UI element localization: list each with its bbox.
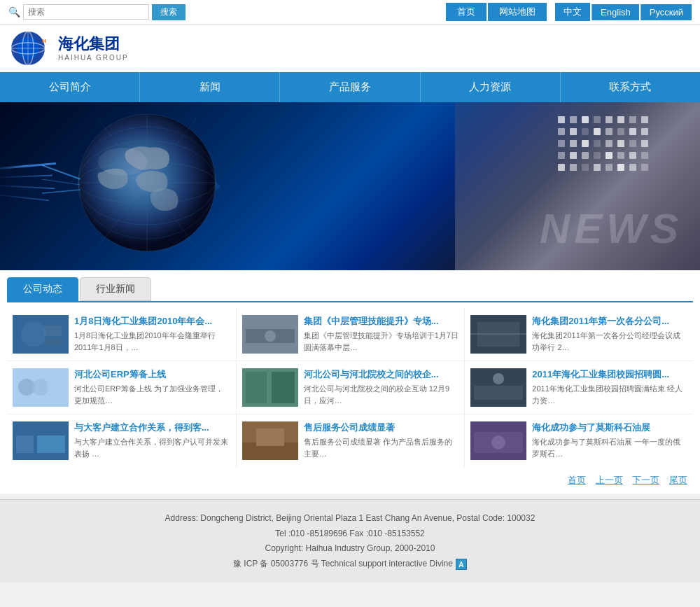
- list-item: 海化集团2011年第一次各分公司... 海化集团2011年第一次各分公司经理会议…: [464, 308, 693, 361]
- globe-graphic: [42, 109, 266, 263]
- news-content-1: 集团《中层管理技能提升》专场... 集团《中层管理技能提升》专场培训于1月7日圆…: [304, 315, 459, 353]
- svg-rect-39: [474, 386, 523, 400]
- nav-item-products[interactable]: 产品服务: [280, 72, 420, 102]
- logo-sub: HAIHUA GROUP: [58, 54, 129, 62]
- tabs-container: 公司动态 行业新闻: [7, 270, 693, 302]
- svg-point-34: [46, 379, 63, 396]
- pagination: 首页 上一页 下一页 尾页: [7, 467, 693, 487]
- news-thumb-7: [242, 421, 298, 460]
- svg-rect-23: [44, 326, 62, 336]
- lang-zh-button[interactable]: 中文: [555, 3, 590, 21]
- news-desc: 与大客户建立合作关系，得到客户认可并发来表扬 …: [74, 436, 230, 459]
- page-next-button[interactable]: 下一页: [632, 475, 659, 485]
- svg-text:H: H: [42, 38, 46, 44]
- footer: Address: Dongcheng District, Beijing Ori…: [0, 499, 700, 582]
- news-content-2: 海化集团2011年第一次各分公司... 海化集团2011年第一次各分公司经理会议…: [532, 315, 687, 353]
- header: H 海化集团 HAIHUA GROUP: [0, 25, 700, 72]
- list-item: 售后服务公司成绩显著 售后服务公司成绩显著 作为产品售后服务的主要…: [236, 414, 465, 467]
- news-desc: 河北公司与河北院校之间的校企互动 12月9日，应河…: [304, 383, 459, 406]
- list-item: 2011年海化工业集团校园招聘圆... 2011年海化工业集团校园招聘圆满结束 …: [464, 361, 693, 414]
- news-title[interactable]: 集团《中层管理技能提升》专场...: [304, 315, 459, 328]
- news-title[interactable]: 海化成功参与了莫斯科石油展: [532, 421, 687, 434]
- news-title[interactable]: 售后服务公司成绩显著: [304, 421, 459, 434]
- svg-rect-42: [16, 435, 34, 453]
- news-title[interactable]: 与大客户建立合作关系，得到客...: [74, 421, 230, 434]
- news-thumb-3: [13, 368, 69, 407]
- icp-badge: A: [456, 559, 467, 570]
- list-item: 河北公司ERP筹备上线 河北公司ERP筹备上线 为了加强业务管理，更加规范…: [7, 361, 236, 414]
- news-content-6: 与大客户建立合作关系，得到客... 与大客户建立合作关系，得到客户认可并发来表扬…: [74, 421, 230, 459]
- logo-icon: H: [8, 30, 54, 67]
- news-desc: 海化集团2011年第一次各分公司经理会议成功举行 2…: [532, 330, 687, 353]
- page-first-button[interactable]: 首页: [568, 475, 586, 485]
- tab-industry-news[interactable]: 行业新闻: [80, 277, 151, 301]
- svg-point-50: [491, 435, 505, 449]
- list-item: 集团《中层管理技能提升》专场... 集团《中层管理技能提升》专场培训于1月7日圆…: [236, 308, 465, 361]
- list-item: 与大客户建立合作关系，得到客... 与大客户建立合作关系，得到客户认可并发来表扬…: [7, 414, 236, 467]
- footer-icp: 豫 ICP 备 05003776 号 Technical support int…: [7, 557, 693, 572]
- news-desc: 2011年海化工业集团校园招聘圆满结束 经人力资…: [532, 383, 687, 406]
- main-content: 公司动态 行业新闻 1月8日海化工业集团2010年年会... 1月8日海化工业集…: [0, 270, 700, 494]
- news-content-4: 河北公司与河北院校之间的校企... 河北公司与河北院校之间的校企互动 12月9日…: [304, 368, 459, 406]
- news-desc: 售后服务公司成绩显著 作为产品售后服务的主要…: [304, 436, 459, 459]
- svg-point-22: [21, 321, 46, 347]
- news-title[interactable]: 2011年海化工业集团校园招聘圆...: [532, 368, 687, 381]
- news-desc: 海化成功参与了莫斯科石油展 一年一度的俄罗斯石…: [532, 436, 687, 459]
- tab-company-news[interactable]: 公司动态: [7, 277, 78, 301]
- nav-item-news[interactable]: 新闻: [140, 72, 280, 102]
- news-content-0: 1月8日海化工业集团2010年年会... 1月8日海化工业集团2010年年会隆重…: [74, 315, 230, 353]
- svg-point-40: [493, 373, 504, 384]
- footer-icp-text: 豫 ICP 备 05003776 号 Technical support int…: [233, 557, 453, 572]
- nav-item-hr[interactable]: 人力资源: [421, 72, 561, 102]
- news-title[interactable]: 河北公司与河北院校之间的校企...: [304, 368, 459, 381]
- news-desc: 集团《中层管理技能提升》专场培训于1月7日圆满落幕中层…: [304, 330, 459, 353]
- search-button[interactable]: 搜索: [152, 4, 186, 20]
- banner-news-label: NEWS: [540, 204, 682, 253]
- news-thumb-5: [470, 368, 526, 407]
- nav-item-contact[interactable]: 联系方式: [561, 72, 700, 102]
- page-last-button[interactable]: 尾页: [669, 475, 687, 485]
- svg-point-27: [265, 330, 276, 342]
- lang-en-button[interactable]: English: [592, 4, 639, 20]
- logo-brand: 海化集团: [58, 35, 129, 53]
- search-input[interactable]: [23, 4, 149, 20]
- svg-rect-37: [272, 372, 295, 403]
- news-desc: 1月8日海化工业集团2010年年会隆重举行 2011年1月8日，…: [74, 330, 230, 353]
- list-item: 1月8日海化工业集团2010年年会... 1月8日海化工业集团2010年年会隆重…: [7, 308, 236, 361]
- page-prev-button[interactable]: 上一页: [596, 475, 623, 485]
- news-title[interactable]: 1月8日海化工业集团2010年年会...: [74, 315, 230, 328]
- svg-point-17: [98, 148, 147, 176]
- sitemap-button[interactable]: 网站地图: [488, 3, 547, 21]
- banner-dots-grid: [558, 116, 651, 174]
- footer-copyright: Copyright: Haihua Industry Group, 2000-2…: [7, 541, 693, 557]
- top-nav-right: 首页 网站地图 中文 English Русский: [446, 3, 692, 21]
- news-thumb-4: [242, 368, 298, 407]
- list-item: 海化成功参与了莫斯科石油展 海化成功参与了莫斯科石油展 一年一度的俄罗斯石…: [464, 414, 693, 467]
- news-thumb-6: [13, 421, 69, 460]
- news-thumb-1: [242, 315, 298, 354]
- search-icon: 🔍: [8, 6, 20, 18]
- top-bar: 🔍 搜索 首页 网站地图 中文 English Русский: [0, 0, 700, 25]
- logo-area: H 海化集团 HAIHUA GROUP: [8, 30, 129, 67]
- search-area: 🔍 搜索: [8, 4, 186, 20]
- nav-item-about[interactable]: 公司简介: [0, 72, 140, 102]
- svg-rect-24: [44, 337, 62, 346]
- news-content-3: 河北公司ERP筹备上线 河北公司ERP筹备上线 为了加强业务管理，更加规范…: [74, 368, 230, 406]
- news-content-7: 售后服务公司成绩显著 售后服务公司成绩显著 作为产品售后服务的主要…: [304, 421, 459, 459]
- news-thumb-8: [470, 421, 526, 460]
- svg-rect-47: [256, 428, 284, 446]
- news-thumb-2: [470, 315, 526, 354]
- news-title[interactable]: 河北公司ERP筹备上线: [74, 368, 230, 381]
- banner: NEWS: [0, 102, 700, 270]
- news-content-8: 海化成功参与了莫斯科石油展 海化成功参与了莫斯科石油展 一年一度的俄罗斯石…: [532, 421, 687, 459]
- home-button[interactable]: 首页: [446, 3, 486, 21]
- banner-streaks: [0, 158, 56, 214]
- nav-bar: 公司简介 新闻 产品服务 人力资源 联系方式: [0, 72, 700, 102]
- news-title[interactable]: 海化集团2011年第一次各分公司...: [532, 315, 687, 328]
- footer-address: Address: Dongcheng District, Beijing Ori…: [7, 511, 693, 526]
- lang-ru-button[interactable]: Русский: [640, 4, 692, 20]
- footer-tel: Tel :010 -85189696 Fax :010 -85153552: [7, 526, 693, 542]
- svg-rect-36: [246, 372, 267, 403]
- list-item: 河北公司与河北院校之间的校企... 河北公司与河北院校之间的校企互动 12月9日…: [236, 361, 465, 414]
- news-thumb-0: [13, 315, 69, 354]
